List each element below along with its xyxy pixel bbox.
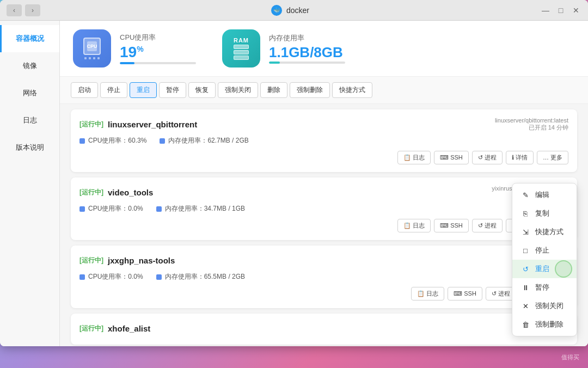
context-menu: ✎ 编辑 ⎘ 复制 ⇲ 快捷方式 □ 停止 ↺ 重启 ⏸ 暂停 ✕ 强制关闭 🗑… <box>512 183 577 336</box>
restart-button[interactable]: 重启 <box>130 82 157 98</box>
process-button-qbittorrent[interactable]: ↺ 进程 <box>472 151 503 164</box>
copy-label: 复制 <box>535 208 549 218</box>
context-restart[interactable]: ↺ 重启 <box>512 260 577 278</box>
content-area: CPU CPU使用率 <box>60 21 588 346</box>
ram-stat: RAM 内存使用率 1.1GB/8GB <box>222 29 345 68</box>
cpu-bar <box>120 62 196 64</box>
sidebar-item-overview[interactable]: 容器概况 <box>0 25 59 52</box>
container-card-qbittorrent: [运行中] linuxserver_qbittorrent linuxserve… <box>71 109 577 172</box>
ram-value: 1.1GB/8GB <box>269 45 345 59</box>
ram-icon: RAM <box>222 29 260 68</box>
context-copy[interactable]: ⎘ 复制 <box>512 204 577 223</box>
log-button-qbittorrent[interactable]: 📋 日志 <box>397 151 431 164</box>
pause-icon: ⏸ <box>521 284 530 292</box>
context-stop[interactable]: □ 停止 <box>512 241 577 260</box>
delete-button[interactable]: 删除 <box>260 82 287 98</box>
container-name-qbittorrent: linuxserver_qbittorrent <box>108 120 197 129</box>
recover-button[interactable]: 恢复 <box>188 82 216 98</box>
cpu-value: 19% <box>120 45 196 60</box>
toolbar: 启动 停止 重启 暂停 恢复 强制关闭 删除 强制删除 快捷方式 <box>60 77 588 104</box>
container-header-nas-tools: [运行中] jxxghp_nas-tools jxxghp/nas-tools … <box>79 253 568 268</box>
container-header-alist: [运行中] xhofe_alist xhofe/alist 已开启 <box>79 321 568 336</box>
ssh-button-qbittorrent[interactable]: ⌨ SSH <box>434 151 469 164</box>
ram-dot <box>160 138 165 144</box>
container-name-nas-tools: jxxghp_nas-tools <box>108 256 175 265</box>
ram-dot-vt <box>156 206 162 212</box>
force-stop-icon: ✕ <box>521 302 530 310</box>
pause-button[interactable]: 暂停 <box>159 82 186 98</box>
status-badge-video-tools: [运行中] <box>79 188 103 197</box>
detail-button-qbittorrent[interactable]: ℹ 详情 <box>506 151 534 164</box>
ram-chip-visual: RAM <box>234 37 249 60</box>
container-stats-qbittorrent: CPU使用率：60.3% 内存使用率：62.7MB / 2GB <box>79 136 568 145</box>
sidebar: 容器概况 镜像 网络 日志 版本说明 <box>0 21 60 346</box>
cpu-chip-icon: CPU <box>83 38 101 55</box>
context-shortcut[interactable]: ⇲ 快捷方式 <box>512 223 577 241</box>
edit-label: 编辑 <box>535 190 549 200</box>
context-force-delete[interactable]: 🗑 强制删除 <box>512 315 577 334</box>
ram-label: 内存使用率 <box>269 33 345 43</box>
container-card-nas-tools: [运行中] jxxghp_nas-tools jxxghp/nas-tools … <box>71 246 577 308</box>
copy-icon: ⎘ <box>521 210 530 218</box>
log-button-video-tools[interactable]: 📋 日志 <box>397 219 431 232</box>
bottom-area: 值得买 <box>0 346 588 368</box>
shortcut-label: 快捷方式 <box>535 227 564 237</box>
start-button[interactable]: 启动 <box>71 82 98 98</box>
container-name-alist: xhofe_alist <box>108 324 150 333</box>
edit-icon: ✎ <box>521 191 530 199</box>
ram-dot-nt <box>156 274 162 280</box>
container-list: [运行中] linuxserver_qbittorrent linuxserve… <box>60 104 588 346</box>
sidebar-item-release[interactable]: 版本说明 <box>0 134 59 161</box>
cpu-dot-vt <box>79 206 85 212</box>
stop-button[interactable]: 停止 <box>100 82 127 98</box>
more-button-qbittorrent[interactable]: … 更多 <box>537 151 568 164</box>
stop-label: 停止 <box>535 246 549 255</box>
ram-bar <box>269 62 345 64</box>
titlebar-controls: — □ ✕ <box>540 6 581 15</box>
status-badge-nas-tools: [运行中] <box>79 256 103 265</box>
ssh-button-nas-tools[interactable]: ⌨ SSH <box>448 287 482 300</box>
docker-icon: 🐳 <box>271 5 282 16</box>
container-stats-nas-tools: CPU使用率：0.0% 内存使用率：65.5MB / 2GB <box>79 272 568 281</box>
context-force-stop[interactable]: ✕ 强制关闭 <box>512 297 577 315</box>
status-badge-alist: [运行中] <box>79 324 103 333</box>
cpu-stat: CPU CPU使用率 <box>73 29 196 68</box>
maximize-button[interactable]: □ <box>555 6 566 15</box>
force-stop-label: 强制关闭 <box>535 301 564 311</box>
nav-forward-button[interactable]: › <box>25 4 40 16</box>
force-stop-button[interactable]: 强制关闭 <box>218 82 258 98</box>
process-button-video-tools[interactable]: ↺ 进程 <box>472 219 503 232</box>
shortcut-button[interactable]: 快捷方式 <box>332 82 372 98</box>
container-header-qbittorrent: [运行中] linuxserver_qbittorrent linuxserve… <box>79 117 568 132</box>
sidebar-item-network[interactable]: 网络 <box>0 79 59 107</box>
stats-bar: CPU CPU使用率 <box>60 21 588 77</box>
window-title: docker <box>286 6 309 15</box>
stop-icon: □ <box>521 247 530 255</box>
container-meta-qbittorrent: linuxserver/qbittorrent:latest 已开启 14 分钟 <box>495 117 568 132</box>
container-actions-nas-tools: 📋 日志 ⌨ SSH ↺ 进程 ℹ 详情 … <box>79 287 568 300</box>
watermark-text: 值得买 <box>561 353 579 361</box>
sidebar-item-logs[interactable]: 日志 <box>0 107 59 134</box>
cpu-dot <box>79 138 85 144</box>
status-badge-qbittorrent: [运行中] <box>79 120 103 129</box>
sidebar-item-images[interactable]: 镜像 <box>0 52 59 79</box>
titlebar-center: 🐳 docker <box>271 5 309 16</box>
force-delete-button[interactable]: 强制删除 <box>290 82 330 98</box>
titlebar: ‹ › 🐳 docker — □ ✕ <box>0 0 588 21</box>
log-button-nas-tools[interactable]: 📋 日志 <box>411 287 444 300</box>
minimize-button[interactable]: — <box>540 6 551 15</box>
force-delete-icon: 🗑 <box>521 321 530 329</box>
shortcut-icon: ⇲ <box>521 228 530 236</box>
cpu-icon: CPU <box>73 29 111 68</box>
container-stats-video-tools: CPU使用率：0.0% 内存使用率：34.7MB / 1GB <box>79 204 568 213</box>
container-card-alist: [运行中] xhofe_alist xhofe/alist 已开启 <box>71 314 577 345</box>
force-delete-label: 强制删除 <box>535 320 564 329</box>
ram-stat-info: 内存使用率 1.1GB/8GB <box>269 33 345 64</box>
container-header-video-tools: [运行中] video_tools yixinrushi/video_tools… <box>79 185 568 200</box>
ssh-button-video-tools[interactable]: ⌨ SSH <box>434 219 469 232</box>
context-pause[interactable]: ⏸ 暂停 <box>512 278 577 297</box>
context-edit[interactable]: ✎ 编辑 <box>512 186 577 204</box>
container-name-video-tools: video_tools <box>108 188 153 197</box>
nav-back-button[interactable]: ‹ <box>7 4 22 16</box>
close-button[interactable]: ✕ <box>571 6 581 15</box>
